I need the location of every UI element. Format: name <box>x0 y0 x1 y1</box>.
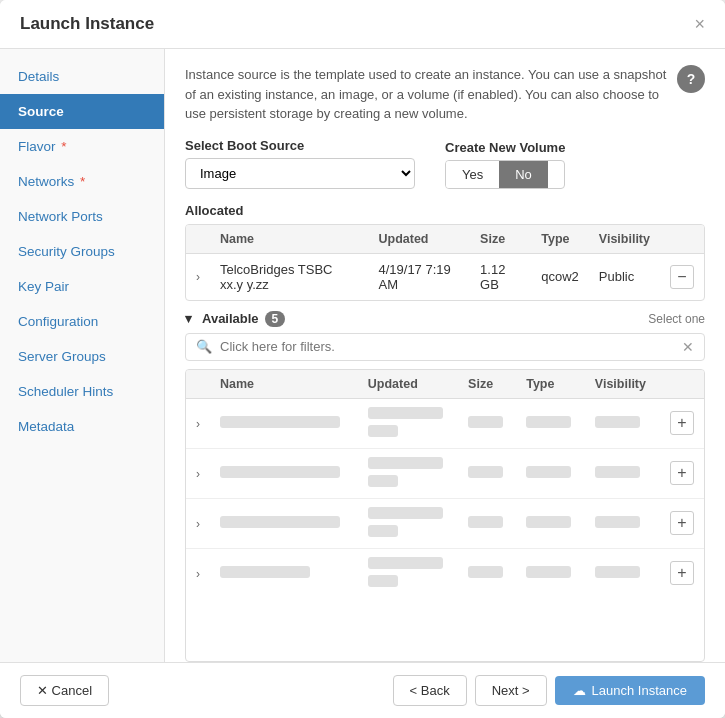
table-row: › + <box>186 498 704 548</box>
modal-footer: ✕ Cancel < Back Next > ☁ Launch Instance <box>0 662 725 718</box>
col-name: Name <box>210 225 368 254</box>
col-expand <box>186 225 210 254</box>
avail-row-type <box>516 398 585 448</box>
allocated-table: Name Updated Size Type Visibility › <box>186 225 704 300</box>
expand-button[interactable]: › <box>196 417 200 431</box>
clear-search-icon[interactable]: ✕ <box>682 339 694 355</box>
avail-col-action <box>660 370 704 399</box>
required-marker: * <box>80 174 85 189</box>
available-table: Name Updated Size Type Visibility › <box>186 370 704 598</box>
row-action-cell: − <box>660 253 704 300</box>
sidebar-item-key-pair[interactable]: Key Pair <box>0 269 164 304</box>
available-header: ▾ Available 5 Select one <box>185 311 705 327</box>
available-count-badge: 5 <box>265 311 286 327</box>
select-one-label: Select one <box>648 312 705 326</box>
row-visibility-cell: Public <box>589 253 660 300</box>
allocated-label: Allocated <box>185 203 705 218</box>
avail-col-updated: Updated <box>358 370 458 399</box>
sidebar-item-flavor[interactable]: Flavor * <box>0 129 164 164</box>
sidebar-item-server-groups[interactable]: Server Groups <box>0 339 164 374</box>
add-button[interactable]: + <box>670 561 694 585</box>
add-button[interactable]: + <box>670 461 694 485</box>
table-row: › + <box>186 548 704 598</box>
avail-row-updated <box>358 498 458 548</box>
col-type: Type <box>531 225 589 254</box>
avail-row-visibility <box>585 498 660 548</box>
search-icon: 🔍 <box>196 339 212 354</box>
available-label: ▾ Available 5 <box>185 311 285 327</box>
col-updated: Updated <box>368 225 470 254</box>
sidebar-item-network-ports[interactable]: Network Ports <box>0 199 164 234</box>
back-button[interactable]: < Back <box>393 675 467 706</box>
avail-row-updated <box>358 448 458 498</box>
avail-col-name: Name <box>210 370 358 399</box>
sidebar-item-security-groups[interactable]: Security Groups <box>0 234 164 269</box>
launch-instance-modal: Launch Instance × Details Source Flavor … <box>0 0 725 718</box>
sidebar-item-networks[interactable]: Networks * <box>0 164 164 199</box>
avail-row-size <box>458 548 516 598</box>
modal-title: Launch Instance <box>20 14 154 34</box>
available-table-container: Name Updated Size Type Visibility › <box>185 369 705 663</box>
filter-input[interactable] <box>220 339 674 354</box>
col-size: Size <box>470 225 531 254</box>
next-button[interactable]: Next > <box>475 675 547 706</box>
search-row: 🔍 ✕ <box>185 333 705 361</box>
avail-row-size <box>458 448 516 498</box>
avail-row-type <box>516 548 585 598</box>
avail-row-size <box>458 498 516 548</box>
sidebar-item-metadata[interactable]: Metadata <box>0 409 164 444</box>
expand-button[interactable]: › <box>196 517 200 531</box>
modal-header: Launch Instance × <box>0 0 725 49</box>
info-row: Instance source is the template used to … <box>185 65 705 124</box>
required-marker: * <box>61 139 66 154</box>
sidebar: Details Source Flavor * Networks * Netwo… <box>0 49 165 662</box>
allocated-table-container: Name Updated Size Type Visibility › <box>185 224 705 301</box>
volume-yes-button[interactable]: Yes <box>446 161 499 188</box>
available-header-row: Name Updated Size Type Visibility <box>186 370 704 399</box>
row-expand-cell: › <box>186 253 210 300</box>
col-action <box>660 225 704 254</box>
expand-button[interactable]: › <box>196 270 200 284</box>
cancel-button[interactable]: ✕ Cancel <box>20 675 109 706</box>
volume-no-button[interactable]: No <box>499 161 548 188</box>
avail-row-name <box>210 498 358 548</box>
avail-col-visibility: Visibility <box>585 370 660 399</box>
table-row: › + <box>186 448 704 498</box>
main-content: Instance source is the template used to … <box>165 49 725 662</box>
footer-left: ✕ Cancel <box>20 675 109 706</box>
avail-row-updated <box>358 398 458 448</box>
expand-button[interactable]: › <box>196 567 200 581</box>
help-button[interactable]: ? <box>677 65 705 93</box>
avail-row-visibility <box>585 548 660 598</box>
launch-instance-button[interactable]: ☁ Launch Instance <box>555 676 705 705</box>
form-row: Select Boot Source Image Snapshot Volume… <box>185 138 705 189</box>
sidebar-item-configuration[interactable]: Configuration <box>0 304 164 339</box>
avail-col-size: Size <box>458 370 516 399</box>
sidebar-item-source[interactable]: Source <box>0 94 164 129</box>
launch-label: Launch Instance <box>592 683 687 698</box>
avail-row-updated <box>358 548 458 598</box>
volume-toggle: Yes No <box>445 160 565 189</box>
footer-right: < Back Next > ☁ Launch Instance <box>393 675 705 706</box>
add-button[interactable]: + <box>670 411 694 435</box>
avail-row-name <box>210 398 358 448</box>
table-row: › + <box>186 398 704 448</box>
avail-row-name <box>210 548 358 598</box>
sidebar-item-scheduler-hints[interactable]: Scheduler Hints <box>0 374 164 409</box>
cloud-icon: ☁ <box>573 683 586 698</box>
avail-row-visibility <box>585 398 660 448</box>
col-visibility: Visibility <box>589 225 660 254</box>
avail-row-name <box>210 448 358 498</box>
boot-source-label: Select Boot Source <box>185 138 415 153</box>
avail-row-type <box>516 448 585 498</box>
create-volume-group: Create New Volume Yes No <box>445 140 565 189</box>
expand-button[interactable]: › <box>196 467 200 481</box>
remove-button[interactable]: − <box>670 265 694 289</box>
add-button[interactable]: + <box>670 511 694 535</box>
avail-row-visibility <box>585 448 660 498</box>
close-button[interactable]: × <box>694 15 705 33</box>
modal-body: Details Source Flavor * Networks * Netwo… <box>0 49 725 662</box>
volume-label: Create New Volume <box>445 140 565 155</box>
boot-source-select[interactable]: Image Snapshot Volume <box>185 158 415 189</box>
sidebar-item-details[interactable]: Details <box>0 59 164 94</box>
